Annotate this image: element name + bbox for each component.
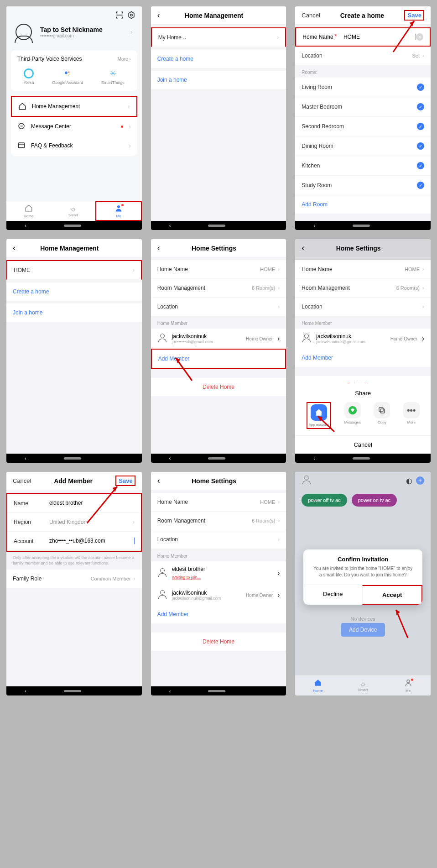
room-row[interactable]: Study Room✓ — [295, 176, 431, 195]
cancel-button[interactable]: Cancel — [13, 477, 31, 484]
nav-back-icon[interactable]: ‹ — [25, 223, 26, 228]
scan-icon[interactable] — [115, 11, 124, 19]
member-row[interactable]: jackwilsoninuk jackwilsoninuk@gmail.com … — [295, 329, 431, 349]
create-home-link[interactable]: Create a home — [6, 282, 142, 301]
chevron-right-icon: › — [422, 52, 424, 59]
nav-smart[interactable]: ☼ Smart — [340, 676, 385, 695]
add-member-link[interactable]: Add Member — [151, 605, 286, 623]
room-row[interactable]: Living Room✓ — [295, 78, 431, 97]
location-row[interactable]: Location Set › — [295, 47, 431, 65]
svg-point-2 — [65, 72, 68, 74]
add-member-link[interactable]: Add Member — [151, 349, 286, 369]
scene-power-on[interactable]: power on tv ac — [352, 494, 397, 507]
nav-back-icon[interactable]: ‹ — [313, 223, 315, 228]
location-row[interactable]: Location› — [295, 298, 431, 316]
nav-me[interactable]: Me — [95, 201, 142, 221]
nav-me[interactable]: Me — [385, 676, 431, 695]
nav-pill[interactable] — [208, 690, 225, 692]
home-name-row[interactable]: Home NameHOME› — [151, 260, 286, 279]
account-input[interactable] — [49, 538, 135, 544]
nav-pill[interactable] — [353, 457, 370, 460]
more-link[interactable]: More › — [118, 57, 131, 62]
screen-home-mgmt-with-home: ‹ Home Management HOME › Create a home J… — [6, 239, 142, 463]
alexa-icon — [24, 68, 34, 78]
add-member-link[interactable]: Add Member — [295, 349, 431, 367]
share-messages[interactable]: Messages — [344, 402, 360, 429]
voice-google[interactable]: Google Assistant — [52, 68, 83, 85]
share-app-account[interactable]: App account — [307, 402, 331, 429]
back-button[interactable]: ‹ — [157, 476, 168, 486]
delete-home-button[interactable]: Delete Home — [151, 633, 286, 651]
nav-back-icon[interactable]: ‹ — [169, 455, 171, 461]
nav-back-icon[interactable]: ‹ — [169, 223, 171, 228]
member-pending-row[interactable]: eldest brother Waiting to join... › — [151, 561, 286, 585]
location-row[interactable]: Location› — [151, 530, 286, 549]
gear-icon[interactable] — [127, 11, 135, 19]
cancel-button[interactable]: Cancel — [302, 12, 320, 19]
room-row[interactable]: Dining Room✓ — [295, 136, 431, 156]
share-copy[interactable]: Copy — [374, 402, 390, 429]
create-home-link[interactable]: Create a home — [151, 50, 286, 68]
home-row[interactable]: HOME › — [6, 260, 142, 280]
accept-button[interactable]: Accept — [362, 585, 422, 605]
home-management-row[interactable]: Home Management › — [11, 96, 137, 117]
nav-back-icon[interactable]: ‹ — [169, 688, 171, 694]
decline-button[interactable]: Decline — [303, 585, 362, 605]
home-name-row[interactable]: Home NameHOME› — [295, 260, 431, 279]
avatar-icon — [157, 334, 167, 344]
name-row[interactable]: Name — [7, 494, 141, 513]
nav-pill[interactable] — [208, 225, 225, 227]
nav-back-icon[interactable]: ‹ — [313, 455, 315, 461]
back-button[interactable]: ‹ — [157, 10, 168, 20]
scene-power-off[interactable]: power off tv ac — [302, 494, 347, 507]
room-management-row[interactable]: Room Management6 Room(s)› — [295, 279, 431, 298]
myhome-row[interactable]: My Home .. › — [151, 27, 286, 47]
nav-pill[interactable] — [353, 225, 370, 227]
home-name-row[interactable]: Home NameHOME› — [151, 493, 286, 512]
profile-row[interactable]: Tap to Set Nickname ••••••••gmail.com › — [6, 21, 142, 47]
nav-back-icon[interactable]: ‹ — [25, 455, 26, 461]
voice-alexa[interactable]: Alexa — [24, 68, 34, 85]
account-row[interactable]: Account — [7, 532, 141, 551]
add-icon[interactable]: + — [416, 476, 424, 485]
add-room-link[interactable]: Add Room — [295, 195, 431, 214]
member-row[interactable]: jackwilsoninuk jac••••••uk@gmail.com Hom… — [151, 329, 286, 349]
member-row[interactable]: jackwilsoninuk jackwilsoninuk@gmail.com … — [151, 585, 286, 605]
save-button[interactable]: Save — [404, 10, 424, 21]
back-button[interactable]: ‹ — [302, 243, 312, 253]
name-input[interactable] — [49, 500, 135, 507]
room-management-row[interactable]: Room Management6 Room(s)› — [151, 279, 286, 298]
nav-back-icon[interactable]: ‹ — [25, 688, 26, 694]
faq-row[interactable]: FAQ & Feedback › — [11, 136, 137, 155]
room-row[interactable]: Master Bedroom✓ — [295, 97, 431, 117]
home-name-input[interactable] — [343, 34, 416, 40]
nav-home[interactable]: Home — [295, 676, 340, 695]
room-row[interactable]: Kitchen✓ — [295, 156, 431, 176]
share-more[interactable]: ••• More — [403, 402, 420, 429]
home-name-row[interactable]: Home Name * ✕ — [295, 27, 431, 47]
nav-smart[interactable]: ☼ Smart — [51, 201, 96, 221]
nav-pill[interactable] — [64, 225, 81, 227]
nav-home[interactable]: Home — [6, 201, 51, 221]
room-row[interactable]: Second Bedroom✓ — [295, 117, 431, 136]
save-button[interactable]: Save — [115, 476, 135, 486]
voice-smartthings[interactable]: ✳ SmartThings — [101, 68, 125, 85]
join-home-link[interactable]: Join a home — [151, 71, 286, 89]
back-button[interactable]: ‹ — [13, 243, 24, 253]
page-title: Home Settings — [168, 477, 260, 485]
join-home-link[interactable]: Join a home — [6, 303, 142, 322]
room-management-row[interactable]: Room Management6 Room(s)› — [151, 512, 286, 530]
clear-icon[interactable]: ✕ — [416, 33, 423, 41]
back-button[interactable]: ‹ — [157, 243, 168, 253]
family-role-row[interactable]: Family Role Common Member › — [6, 570, 142, 588]
location-row[interactable]: Location› — [151, 298, 286, 316]
message-center-row[interactable]: Message Center › — [11, 117, 137, 136]
share-cancel-button[interactable]: Cancel — [295, 435, 431, 454]
nav-pill[interactable] — [64, 690, 81, 692]
region-row[interactable]: Region United Kingdom › — [7, 513, 141, 532]
nav-pill[interactable] — [208, 457, 225, 460]
nav-pill[interactable] — [64, 457, 81, 460]
svg-rect-7 — [18, 143, 25, 148]
add-device-button[interactable]: Add Device — [341, 623, 385, 637]
delete-home-button[interactable]: Delete Home — [151, 378, 286, 396]
